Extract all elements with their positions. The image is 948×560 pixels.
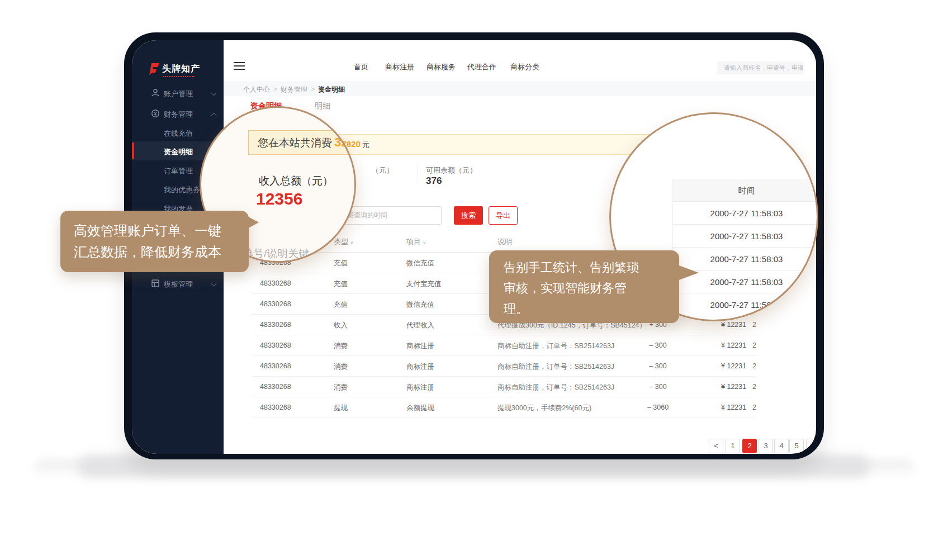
logo-title: 头牌知产 bbox=[162, 63, 200, 75]
export-button[interactable]: 导出 bbox=[489, 206, 518, 225]
logo-flag-icon bbox=[148, 63, 160, 76]
sidebar-item-label: 订单管理 bbox=[164, 166, 193, 176]
column-header-project[interactable]: 项目∨ bbox=[406, 237, 426, 247]
callout-right: 告别手工统计、告别繁琐 审核，实现智能财务管 理。 bbox=[489, 250, 679, 323]
pagination-prev-button[interactable]: < bbox=[709, 439, 723, 453]
sidebar-item-label: 在线充值 bbox=[164, 129, 193, 139]
breadcrumb: 个人中心>财务管理>资金明细 bbox=[243, 85, 345, 94]
pagination-page-1[interactable]: 1 bbox=[726, 439, 740, 453]
trademark-search-input[interactable]: 请输入商标名，申请号，申请人 bbox=[717, 61, 803, 74]
sidebar-item-label: 我的优惠券 bbox=[164, 185, 200, 195]
pagination-page-2-active[interactable]: 2 bbox=[742, 439, 757, 453]
magnified-income-label: 收入总额（元） bbox=[259, 174, 333, 188]
logo[interactable]: 头牌知产 bbox=[148, 61, 220, 78]
breadcrumb-fund-details: 资金明细 bbox=[318, 86, 345, 93]
callout-right-line1: 告别手工统计、告别繁琐 bbox=[504, 257, 679, 278]
screenshot-canvas: 头牌知产 账户管理 财务管理 在线充值 资金明细 订单管理 bbox=[0, 0, 948, 560]
pagination-page-5[interactable]: 5 bbox=[789, 439, 804, 453]
table-row[interactable]: 48330268消费商标注册商标自助注册，订单号：SB2514263J– 300… bbox=[253, 335, 756, 356]
available-balance-value: 376 bbox=[426, 175, 442, 187]
breadcrumb-finance[interactable]: 财务管理 bbox=[281, 86, 307, 93]
laptop-base-shadow-soft bbox=[34, 459, 914, 478]
sidebar-item-label: 资金明细 bbox=[164, 147, 193, 157]
sidebar-item-account[interactable]: 账户管理 bbox=[132, 83, 224, 102]
callout-left-line2: 汇总数据，降低财务成本 bbox=[74, 241, 249, 263]
magnified-timestamp: 2000-7-27 11:58:03 bbox=[672, 225, 818, 248]
callout-right-arrow bbox=[677, 265, 699, 281]
nav-item-trademark-register[interactable]: 商标注册 bbox=[385, 62, 414, 72]
user-icon bbox=[151, 88, 160, 97]
stat-label-fragment: （元） bbox=[372, 165, 394, 175]
callout-right-line3: 理。 bbox=[504, 298, 679, 319]
search-button[interactable]: 搜索 bbox=[454, 206, 483, 225]
magnified-timestamp: 2000-7-27 11:58:03 bbox=[672, 202, 818, 225]
pagination-page-3[interactable]: 3 bbox=[759, 439, 773, 453]
magnified-time-column-header: 时间 bbox=[672, 179, 818, 202]
finance-icon bbox=[151, 109, 160, 118]
logo-subtext-dots bbox=[163, 76, 195, 77]
available-balance-label: 可用余额（元） bbox=[426, 165, 477, 175]
callout-right-line2: 审核，实现智能财务管 bbox=[504, 278, 679, 298]
breadcrumb-personal-center[interactable]: 个人中心 bbox=[243, 86, 270, 93]
nav-item-trademark-category[interactable]: 商标分类 bbox=[510, 62, 539, 72]
breadcrumb-bar: 个人中心>财务管理>资金明细 bbox=[224, 81, 816, 96]
table-row[interactable]: 48330268提现余额提现提现3000元，手续费2%(60元)– 3060¥ … bbox=[253, 397, 756, 418]
column-header-type[interactable]: 类型∨ bbox=[334, 237, 354, 247]
menu-hamburger-icon[interactable] bbox=[234, 62, 245, 70]
stat-divider bbox=[418, 164, 418, 183]
callout-left: 高效管理账户订单、一键 汇总数据，降低财务成本 bbox=[60, 211, 249, 272]
sidebar-item-label: 财务管理 bbox=[164, 110, 193, 120]
nav-item-agency[interactable]: 代理合作 bbox=[467, 62, 496, 72]
table-row[interactable]: 48330268消费商标注册商标自助注册，订单号：SB2514263J– 300… bbox=[253, 356, 756, 377]
template-icon bbox=[151, 279, 160, 288]
nav-item-home[interactable]: 首页 bbox=[354, 62, 368, 72]
callout-left-arrow bbox=[244, 215, 259, 230]
magnified-banner-prefix: 您在本站共消费 bbox=[258, 137, 332, 149]
sidebar-item-label: 模板管理 bbox=[164, 279, 193, 290]
magnified-income-value: 12356 bbox=[256, 189, 302, 208]
top-navbar: 首页 商标注册 商标服务 代理合作 商标分类 请输入商标名，申请号，申请人 bbox=[224, 54, 816, 78]
pagination-page-4[interactable]: 4 bbox=[774, 439, 789, 453]
sidebar-item-label: 账户管理 bbox=[164, 89, 193, 99]
banner-unit: 元 bbox=[362, 140, 370, 149]
nav-item-trademark-services[interactable]: 商标服务 bbox=[426, 62, 456, 72]
callout-left-line1: 高效管理账户订单、一键 bbox=[74, 220, 249, 241]
sidebar-item-recharge[interactable]: 在线充值 bbox=[132, 123, 224, 142]
tab-second-fragment[interactable]: 明细 bbox=[315, 101, 330, 111]
chevron-up-icon bbox=[211, 113, 217, 118]
chevron-down-icon bbox=[211, 281, 217, 287]
column-header-desc: 说明 bbox=[497, 237, 512, 247]
chevron-down-icon bbox=[211, 91, 217, 96]
sidebar-item-templates[interactable]: 模板管理 bbox=[132, 274, 224, 293]
sidebar-item-finance[interactable]: 财务管理 bbox=[132, 104, 224, 123]
table-row[interactable]: 48330268消费商标注册商标自助注册，订单号：SB2514263J– 300… bbox=[253, 377, 756, 397]
